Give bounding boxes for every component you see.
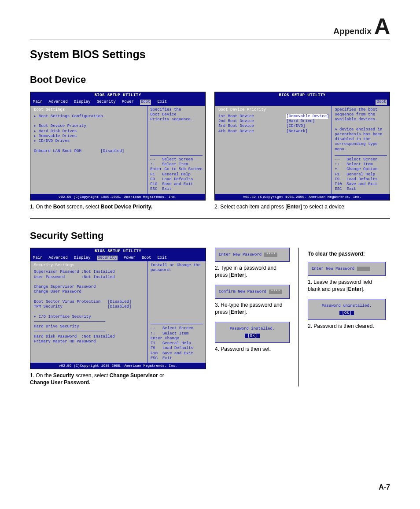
bios-boot-priority: BIOS SETUP UTILITY Boot Boot Device Prio… [214,92,390,201]
bios-title: BIOS SETUP UTILITY [30,248,206,255]
bios-item: Hard Disk Password :Not Installed [34,334,144,339]
bios-item: Onboard LAN Boot ROM [Disabled] [34,149,144,154]
bios-item: ▸ Boot Device Priority [34,124,144,129]
bios-item: 2nd Boot Device[Hard Drive] [218,119,328,124]
confirm-password-box: Confirm New Password**** [215,285,290,299]
bios-footer: v02.59 (C)Copyright 1985-2005, American … [215,194,390,200]
bios-security: BIOS SETUP UTILITY MainAdvancedDisplaySe… [30,248,206,370]
bios-item: Hard Drive Security [34,324,144,329]
security-caption-4: 4. Password is then set. [215,346,290,353]
bios-item: 1st Boot Device[Removable Device] [218,114,328,119]
bios-item: ▸ Removable Drives [34,134,144,139]
appendix-letter: A [374,14,390,39]
bios-item: 3rd Boot Device[CD/DVD] [218,124,328,129]
bios-menu-boot: Boot [376,100,387,104]
security-heading: Security Setting [30,230,390,241]
bios-item: Boot Sector Virus Protection [Disabled] [34,300,144,305]
ok-button[interactable]: [Ok] [245,334,260,338]
bios-item [34,295,144,300]
bios-item [34,309,144,314]
bios-menu-power: Power [122,100,134,104]
security-caption-1: 1. On the Security screen, select Change… [30,372,206,386]
bios-menu-advanced: Advanced [49,256,68,260]
bios-menu-power: Power [124,256,136,260]
password-field: **** [269,290,282,294]
bios-item [34,144,144,149]
clear-password-heading: To clear the password: [308,250,386,257]
bios-footer: v02.59 (C)Copyright 1985-2005, American … [30,194,205,200]
appendix-header: AppendixA [333,17,390,37]
bios-item: ▸ I/O Interface Security [34,315,144,320]
bios-panel-title: Boot Device Priority [218,108,328,112]
bios-help-desc: Install or Change the password. [151,263,203,321]
bios-menu-display: Display [74,100,91,104]
bios-item: Change User Password [34,290,144,294]
password-field-blank [357,267,370,271]
clear-caption-2: 2. Password is then cleared. [308,323,386,330]
divider [30,218,390,219]
bios-menubar: Boot [215,99,390,105]
page-number: A-7 [379,483,390,491]
boot-caption-2: 2. Select each item and press [Enter] to… [214,203,390,210]
bios-item: User Password :Not Installed [34,275,144,280]
bios-boot-settings: BIOS SETUP UTILITY MainAdvancedDisplaySe… [30,92,206,201]
page-title: System BIOS Settings [30,48,390,61]
bios-menu-exit: Exit [157,256,167,260]
bios-item [34,280,144,285]
bios-item: Supervisor Password :Not Installed [34,270,144,275]
clear-caption-1: 1. Leave the password field blank and pr… [308,279,386,293]
bios-title: BIOS SETUP UTILITY [30,92,205,99]
bios-item: ▸ CD/DVD Drives [34,139,144,144]
password-uninstalled-box: Password uninstalled. [Ok] [308,299,386,320]
bios-item: TPM Security [Disabled] [34,305,144,309]
bios-menu-advanced: Advanced [49,100,68,104]
bios-menubar: MainAdvancedDisplaySecurityPowerBootExit [30,99,205,105]
bios-help-desc: Specifies the boot sequence from the ava… [335,108,387,152]
bios-help-keys: ←→ Select Screen ↑↓ Select Item +- Chang… [335,155,387,192]
bios-item: 4th Boot Device[Network] [218,129,328,134]
bios-title: BIOS SETUP UTILITY [215,92,390,99]
bios-item: ────────────────────────────── [34,320,144,324]
appendix-label: Appendix [333,26,372,36]
enter-password-blank-box: Enter New Password [308,262,386,276]
bios-menu-security: Security [97,100,116,104]
bios-item: Change Supervisor Password [34,285,144,290]
bios-menu-boot: Boot [140,100,151,104]
security-caption-2: 2. Type in a password and press [Enter]. [215,264,290,279]
bios-help-desc: Specifies the Boot Device Priority seque… [150,108,203,152]
bios-menubar: MainAdvancedDisplaySecurityPowerBootExit [30,255,206,261]
bios-item: ▸ Hard Disk Drives [34,129,144,134]
bios-item: ▸ Boot Settings Configuration [34,114,144,119]
password-uninstalled-label: Password uninstalled. [312,304,382,308]
password-installed-box: Password installed. [Ok] [215,322,290,343]
boot-caption-1: 1. On the Boot screen, select Boot Devic… [30,203,206,210]
bios-panel-title: Security Settings [34,263,144,268]
bios-menu-security: Security [97,256,118,260]
boot-heading: Boot Device [30,74,390,85]
password-installed-label: Password installed. [219,327,286,331]
enter-password-label: Enter New Password [312,267,354,271]
bios-panel-title: Boot Settings [34,108,144,112]
ok-button[interactable]: [Ok] [339,311,354,315]
bios-footer: v02.59 (C)Copyright 1985-2005, American … [30,363,206,369]
confirm-password-label: Confirm New Password [219,290,266,294]
bios-menu-main: Main [33,256,43,260]
security-caption-3: 3. Re-type the password and press [Enter… [215,301,290,316]
bios-menu-exit: Exit [157,100,167,104]
bios-item [34,119,144,124]
bios-menu-main: Main [33,100,43,104]
bios-help-keys: ←→ Select Screen ↑↓ Select Item Enter Ch… [151,324,203,361]
header-rule [30,40,390,40]
bios-item: Primary Master HD Password [34,339,144,344]
enter-password-label: Enter New Password [219,253,262,257]
bios-menu-display: Display [74,256,91,260]
bios-menu-boot: Boot [142,256,151,260]
enter-password-box: Enter New Password**** [215,248,290,262]
password-field: **** [264,253,277,257]
bios-help-keys: ←→ Select Screen ↑↓ Select Item Enter Go… [150,155,203,192]
bios-item: ────────────────────────────── [34,329,144,334]
